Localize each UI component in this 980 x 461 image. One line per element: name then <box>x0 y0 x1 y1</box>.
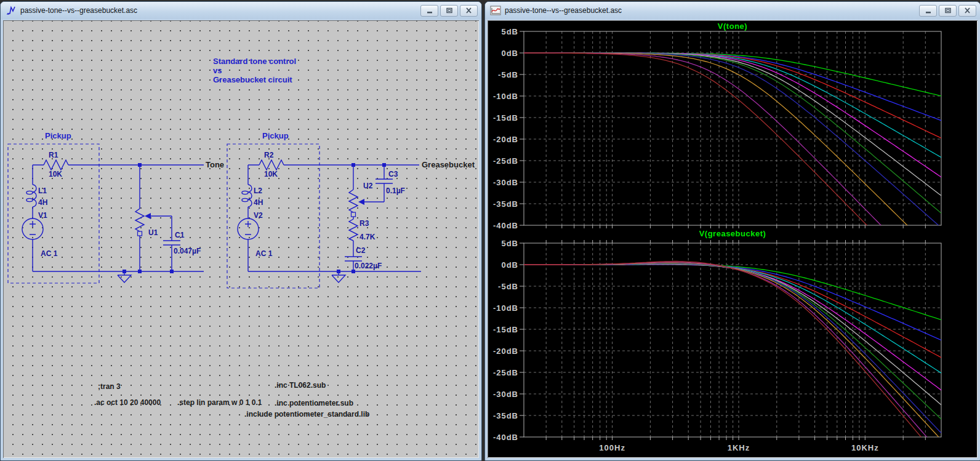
trace-run-10 <box>524 53 941 287</box>
junction <box>351 270 355 273</box>
schematic-annotation[interactable]: Standard tone control vs Greasebucket ci… <box>213 57 296 84</box>
wires-circuit-1[interactable] <box>33 165 204 275</box>
resistor-r3[interactable]: R3 4.7K <box>349 219 376 241</box>
plot-pane-0[interactable]: 5dB0dB-5dB-10dB-15dB-20dB-25dB-30dB-35dB… <box>493 22 941 301</box>
close-icon <box>964 7 971 14</box>
directive-ac[interactable]: .ac oct 10 20 40000 <box>94 398 161 407</box>
schematic-drawing: Standard tone control vs Greasebucket ci… <box>3 20 479 459</box>
svg-text:10K: 10K <box>264 170 278 178</box>
y-tick-label: -40dB <box>493 433 518 442</box>
voltage-source-v2[interactable]: V2 AC 1 <box>238 211 273 258</box>
y-tick-label: -40dB <box>493 221 518 230</box>
trace-run-5 <box>524 264 941 390</box>
trace-run-6 <box>524 264 941 405</box>
trace-run-11 <box>524 53 941 301</box>
y-tick-label: -10dB <box>493 303 518 313</box>
net-label-tone[interactable]: Tone <box>206 160 224 169</box>
desktop: { "left_window": { "title": "passive-ton… <box>0 0 980 461</box>
minimize-button[interactable] <box>420 5 438 17</box>
resistor-r1[interactable]: R1 10K <box>44 151 68 178</box>
junction <box>170 270 174 273</box>
ground-symbol-2[interactable] <box>332 275 345 283</box>
restore-icon <box>446 7 453 14</box>
inductor-l1[interactable]: L1 4H <box>26 185 47 207</box>
y-tick-label: 0dB <box>501 260 518 270</box>
restore-button[interactable] <box>939 5 957 17</box>
circuit-standard-tone: Pickup R1 10K L1 4H V1 <box>8 131 224 283</box>
ground-symbol-1[interactable] <box>118 275 131 283</box>
pickup-label-1[interactable]: Pickup <box>45 131 71 140</box>
trace-run-1 <box>524 265 941 320</box>
trace-run-2 <box>524 53 941 121</box>
svg-text:C3: C3 <box>388 170 398 178</box>
svg-text:vs: vs <box>213 66 222 75</box>
y-tick-label: -25dB <box>493 156 518 166</box>
y-tick-label: 5dB <box>501 239 518 248</box>
capacitor-c3[interactable]: C3 0.1µF <box>376 170 405 195</box>
directive-inc-tl062[interactable]: .inc TL062.sub <box>275 381 326 390</box>
trace-run-2 <box>524 265 941 340</box>
svg-text:4H: 4H <box>254 198 263 207</box>
capacitor-c1[interactable]: C1 0.047µF <box>163 231 201 255</box>
svg-text:4H: 4H <box>38 198 47 207</box>
svg-text:U1: U1 <box>148 228 158 237</box>
close-button[interactable] <box>460 5 478 17</box>
net-label-greasebucket[interactable]: Greasebucket <box>422 160 475 169</box>
ltspice-schematic-icon <box>6 6 17 15</box>
trace-run-7 <box>524 264 941 420</box>
y-tick-label: -15dB <box>493 113 518 122</box>
restore-button[interactable] <box>440 5 458 17</box>
svg-text:AC 1: AC 1 <box>255 249 273 258</box>
capacitor-c2[interactable]: C2 0.022µF <box>345 246 382 270</box>
pickup-box-2[interactable] <box>227 144 319 288</box>
svg-text:AC 1: AC 1 <box>41 249 58 258</box>
trace-run-9 <box>524 263 941 440</box>
y-tick-label: -5dB <box>498 282 518 291</box>
y-tick-label: -30dB <box>493 178 518 187</box>
potentiometer-u1[interactable]: U1 <box>135 209 158 237</box>
junction <box>382 163 386 167</box>
circuit-greasebucket: Pickup R2 10K L2 4H V2 <box>227 131 475 288</box>
svg-text:R3: R3 <box>359 219 369 228</box>
junction <box>351 163 355 167</box>
inductor-l2[interactable]: L2 4H <box>242 185 263 207</box>
schematic-window: passive-tone--vs--greasebucket.asc Stand… <box>0 1 482 461</box>
y-tick-label: -20dB <box>493 347 518 356</box>
x-tick-label: 1KHz <box>728 443 750 452</box>
pickup-label-2[interactable]: Pickup <box>262 131 289 140</box>
pane-title[interactable]: V(tone) <box>718 22 747 31</box>
voltage-source-v1[interactable]: V1 AC 1 <box>22 211 58 258</box>
schematic-window-titlebar[interactable]: passive-tone--vs--greasebucket.asc <box>1 2 481 19</box>
svg-text:U2: U2 <box>363 182 373 190</box>
minimize-button[interactable] <box>919 5 937 17</box>
directive-include-pot-std[interactable]: .include potentiometer_standard.lib <box>244 410 369 419</box>
svg-text:10K: 10K <box>49 170 62 178</box>
wires-circuit-2[interactable] <box>248 165 421 275</box>
junction <box>337 270 340 273</box>
y-tick-label: -30dB <box>493 390 518 399</box>
potentiometer-u2[interactable]: U2 <box>349 182 373 217</box>
y-tick-label: 0dB <box>501 49 518 58</box>
waveform-icon <box>490 6 501 15</box>
restore-icon <box>944 7 952 14</box>
schematic-canvas[interactable]: Standard tone control vs Greasebucket ci… <box>3 20 479 458</box>
window-title: passive-tone--vs--greasebucket.asc <box>505 6 919 15</box>
waveform-window-titlebar[interactable]: passive-tone--vs--greasebucket.asc <box>485 2 980 19</box>
svg-text:0.047µF: 0.047µF <box>174 247 201 255</box>
plot-pane-1[interactable]: 5dB0dB-5dB-10dB-15dB-20dB-25dB-30dB-35dB… <box>493 229 941 458</box>
junction <box>138 163 142 167</box>
spice-directives: ;tran 3 .ac oct 10 20 40000 .step lin pa… <box>94 381 369 419</box>
directive-step[interactable]: .step lin param w 0 1 0.1 <box>177 398 262 407</box>
svg-text:L2: L2 <box>254 186 262 195</box>
y-tick-label: -35dB <box>493 199 518 209</box>
x-tick-label: 10KHz <box>851 443 879 452</box>
directive-inc-pot[interactable]: .inc potentiometer.sub <box>275 399 353 407</box>
svg-text:4.7K: 4.7K <box>359 233 376 241</box>
resistor-r2[interactable]: R2 10K <box>259 151 284 178</box>
close-button[interactable] <box>958 5 976 17</box>
directive-tran[interactable]: ;tran 3 <box>98 382 121 391</box>
waveform-plot-canvas[interactable]: 5dB0dB-5dB-10dB-15dB-20dB-25dB-30dB-35dB… <box>488 20 978 458</box>
y-tick-label: -25dB <box>493 368 518 377</box>
svg-text:C1: C1 <box>175 231 185 239</box>
pane-title[interactable]: V(greasebucket) <box>699 229 766 238</box>
